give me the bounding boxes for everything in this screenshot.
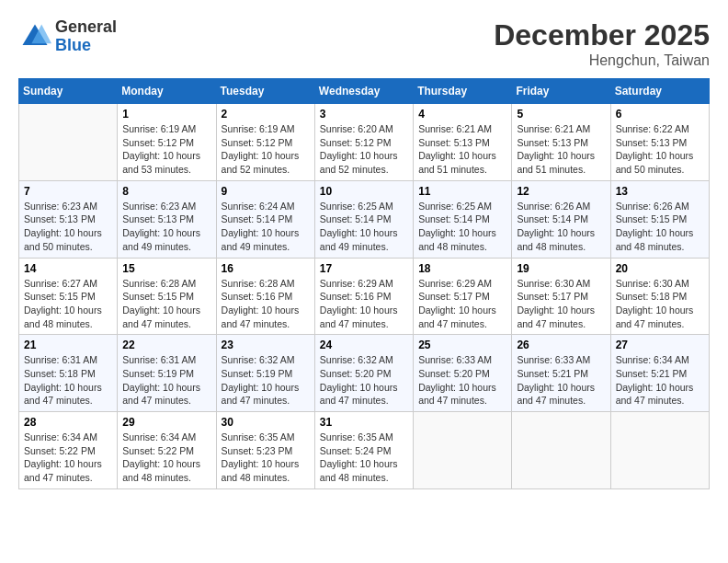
header-day-sunday: Sunday: [19, 79, 118, 104]
day-info: Sunrise: 6:31 AMSunset: 5:19 PMDaylight:…: [122, 353, 210, 408]
calendar-cell: 2Sunrise: 6:19 AMSunset: 5:12 PMDaylight…: [216, 104, 314, 181]
calendar-body: 1Sunrise: 6:19 AMSunset: 5:12 PMDaylight…: [19, 104, 710, 489]
day-info: Sunrise: 6:32 AMSunset: 5:19 PMDaylight:…: [222, 353, 310, 408]
day-number: 11: [418, 185, 506, 198]
day-info: Sunrise: 6:34 AMSunset: 5:22 PMDaylight:…: [122, 431, 210, 485]
calendar-week-1: 1Sunrise: 6:19 AMSunset: 5:12 PMDaylight…: [19, 104, 710, 181]
calendar-cell: 28Sunrise: 6:34 AMSunset: 5:22 PMDayligh…: [19, 412, 118, 489]
day-number: 1: [122, 108, 210, 121]
calendar-cell: 10Sunrise: 6:25 AMSunset: 5:14 PMDayligh…: [314, 180, 413, 258]
logo-blue-text: Blue: [55, 37, 117, 55]
day-info: Sunrise: 6:20 AMSunset: 5:12 PMDaylight:…: [320, 122, 408, 177]
location: Hengchun, Taiwan: [494, 52, 710, 69]
header-day-saturday: Saturday: [610, 79, 709, 104]
day-info: Sunrise: 6:29 AMSunset: 5:16 PMDaylight:…: [320, 277, 408, 331]
calendar-week-5: 28Sunrise: 6:34 AMSunset: 5:22 PMDayligh…: [19, 412, 710, 489]
calendar-cell: 3Sunrise: 6:20 AMSunset: 5:12 PMDaylight…: [314, 104, 413, 181]
day-number: 30: [222, 416, 310, 429]
calendar-cell: 18Sunrise: 6:29 AMSunset: 5:17 PMDayligh…: [414, 258, 512, 335]
day-info: Sunrise: 6:34 AMSunset: 5:22 PMDaylight:…: [24, 431, 112, 485]
day-info: Sunrise: 6:25 AMSunset: 5:14 PMDaylight:…: [418, 200, 506, 254]
day-number: 25: [418, 339, 506, 351]
day-info: Sunrise: 6:25 AMSunset: 5:14 PMDaylight:…: [320, 200, 408, 254]
day-number: 15: [122, 262, 210, 275]
calendar-cell: 9Sunrise: 6:24 AMSunset: 5:14 PMDaylight…: [216, 180, 314, 258]
day-number: 7: [24, 185, 112, 198]
day-number: 20: [616, 262, 704, 275]
day-number: 8: [122, 185, 210, 198]
calendar-week-4: 21Sunrise: 6:31 AMSunset: 5:18 PMDayligh…: [19, 335, 710, 412]
calendar-cell: 13Sunrise: 6:26 AMSunset: 5:15 PMDayligh…: [610, 180, 709, 258]
calendar-cell: 27Sunrise: 6:34 AMSunset: 5:21 PMDayligh…: [610, 335, 709, 412]
calendar-cell: [610, 412, 709, 489]
day-info: Sunrise: 6:33 AMSunset: 5:20 PMDaylight:…: [418, 353, 506, 408]
day-number: 14: [24, 262, 112, 275]
calendar-cell: 16Sunrise: 6:28 AMSunset: 5:16 PMDayligh…: [216, 258, 314, 335]
header-day-monday: Monday: [118, 79, 216, 104]
calendar-cell: 12Sunrise: 6:26 AMSunset: 5:14 PMDayligh…: [512, 180, 610, 258]
calendar-cell: 25Sunrise: 6:33 AMSunset: 5:20 PMDayligh…: [414, 335, 512, 412]
day-info: Sunrise: 6:24 AMSunset: 5:14 PMDaylight:…: [222, 200, 310, 254]
day-info: Sunrise: 6:23 AMSunset: 5:13 PMDaylight:…: [24, 200, 112, 254]
day-number: 13: [616, 185, 704, 198]
day-info: Sunrise: 6:26 AMSunset: 5:14 PMDaylight:…: [517, 200, 605, 254]
day-info: Sunrise: 6:19 AMSunset: 5:12 PMDaylight:…: [122, 122, 210, 177]
day-number: 27: [616, 339, 704, 351]
day-number: 21: [24, 339, 112, 351]
day-info: Sunrise: 6:28 AMSunset: 5:16 PMDaylight:…: [222, 277, 310, 331]
day-info: Sunrise: 6:31 AMSunset: 5:18 PMDaylight:…: [24, 353, 112, 408]
calendar-cell: 23Sunrise: 6:32 AMSunset: 5:19 PMDayligh…: [216, 335, 314, 412]
calendar-week-2: 7Sunrise: 6:23 AMSunset: 5:13 PMDaylight…: [19, 180, 710, 258]
calendar-cell: 29Sunrise: 6:34 AMSunset: 5:22 PMDayligh…: [118, 412, 216, 489]
day-number: 17: [320, 262, 408, 275]
calendar-cell: 15Sunrise: 6:28 AMSunset: 5:15 PMDayligh…: [118, 258, 216, 335]
calendar-cell: 19Sunrise: 6:30 AMSunset: 5:17 PMDayligh…: [512, 258, 610, 335]
day-info: Sunrise: 6:30 AMSunset: 5:18 PMDaylight:…: [616, 277, 704, 331]
header-day-thursday: Thursday: [414, 79, 512, 104]
day-number: 28: [24, 416, 112, 429]
day-info: Sunrise: 6:35 AMSunset: 5:23 PMDaylight:…: [222, 431, 310, 485]
day-info: Sunrise: 6:33 AMSunset: 5:21 PMDaylight:…: [517, 353, 605, 408]
calendar-cell: 31Sunrise: 6:35 AMSunset: 5:24 PMDayligh…: [314, 412, 413, 489]
page-header: General Blue December 2025 Hengchun, Tai…: [18, 18, 710, 69]
day-number: 4: [418, 108, 506, 121]
logo-general-text: General: [55, 18, 117, 37]
day-number: 12: [517, 185, 605, 198]
calendar-cell: 21Sunrise: 6:31 AMSunset: 5:18 PMDayligh…: [19, 335, 118, 412]
day-number: 19: [517, 262, 605, 275]
calendar-cell: [512, 412, 610, 489]
logo-icon: [18, 20, 51, 53]
calendar-week-3: 14Sunrise: 6:27 AMSunset: 5:15 PMDayligh…: [19, 258, 710, 335]
day-number: 2: [222, 108, 310, 121]
logo: General Blue: [18, 18, 117, 55]
calendar-cell: 8Sunrise: 6:23 AMSunset: 5:13 PMDaylight…: [118, 180, 216, 258]
calendar-cell: 22Sunrise: 6:31 AMSunset: 5:19 PMDayligh…: [118, 335, 216, 412]
day-number: 16: [222, 262, 310, 275]
day-number: 23: [222, 339, 310, 351]
header-day-wednesday: Wednesday: [314, 79, 413, 104]
day-info: Sunrise: 6:21 AMSunset: 5:13 PMDaylight:…: [517, 122, 605, 177]
day-info: Sunrise: 6:32 AMSunset: 5:20 PMDaylight:…: [320, 353, 408, 408]
header-row: SundayMondayTuesdayWednesdayThursdayFrid…: [19, 79, 710, 104]
day-number: 9: [222, 185, 310, 198]
calendar-cell: 1Sunrise: 6:19 AMSunset: 5:12 PMDaylight…: [118, 104, 216, 181]
calendar-cell: 26Sunrise: 6:33 AMSunset: 5:21 PMDayligh…: [512, 335, 610, 412]
day-info: Sunrise: 6:28 AMSunset: 5:15 PMDaylight:…: [122, 277, 210, 331]
day-number: 5: [517, 108, 605, 121]
calendar-table: SundayMondayTuesdayWednesdayThursdayFrid…: [18, 78, 710, 489]
day-number: 26: [517, 339, 605, 351]
day-info: Sunrise: 6:29 AMSunset: 5:17 PMDaylight:…: [418, 277, 506, 331]
title-block: December 2025 Hengchun, Taiwan: [494, 18, 710, 69]
day-number: 31: [320, 416, 408, 429]
header-day-tuesday: Tuesday: [216, 79, 314, 104]
day-number: 18: [418, 262, 506, 275]
day-info: Sunrise: 6:34 AMSunset: 5:21 PMDaylight:…: [616, 353, 704, 408]
calendar-cell: 20Sunrise: 6:30 AMSunset: 5:18 PMDayligh…: [610, 258, 709, 335]
day-info: Sunrise: 6:23 AMSunset: 5:13 PMDaylight:…: [122, 200, 210, 254]
calendar-cell: 24Sunrise: 6:32 AMSunset: 5:20 PMDayligh…: [314, 335, 413, 412]
day-info: Sunrise: 6:35 AMSunset: 5:24 PMDaylight:…: [320, 431, 408, 485]
month-title: December 2025: [494, 18, 710, 52]
calendar-cell: 7Sunrise: 6:23 AMSunset: 5:13 PMDaylight…: [19, 180, 118, 258]
header-day-friday: Friday: [512, 79, 610, 104]
day-info: Sunrise: 6:26 AMSunset: 5:15 PMDaylight:…: [616, 200, 704, 254]
